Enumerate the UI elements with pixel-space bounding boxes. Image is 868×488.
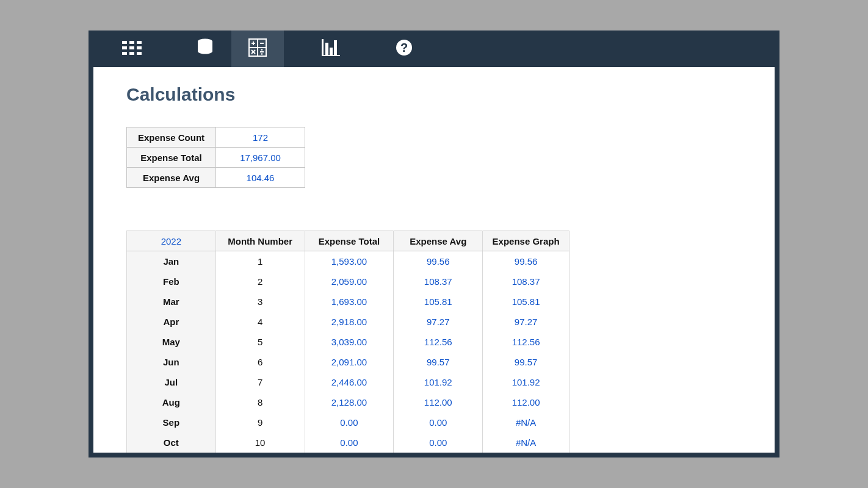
month-number-cell[interactable]: 3 (215, 292, 305, 312)
nav-help[interactable]: ? (378, 30, 430, 67)
summary-label: Expense Count (127, 127, 216, 148)
table-row: Feb22,059.00108.37108.37 (127, 271, 570, 292)
help-icon: ? (396, 39, 413, 59)
summary-value[interactable]: 17,967.00 (216, 148, 305, 168)
svg-text:?: ? (400, 41, 408, 54)
expense-total-cell[interactable]: 2,091.00 (305, 352, 394, 372)
expense-graph-cell[interactable]: #N/A (483, 412, 570, 432)
nav-chart[interactable] (305, 30, 357, 67)
expense-graph-cell[interactable]: 101.92 (483, 372, 570, 392)
table-row: Jun62,091.0099.5799.57 (127, 352, 570, 372)
expense-avg-cell[interactable]: 97.27 (394, 312, 483, 332)
expense-total-cell[interactable]: 0.00 (305, 412, 394, 432)
content-wrap: Calculations Expense Count 172 Expense T… (89, 67, 779, 458)
table-row: Mar31,693.00105.81105.81 (127, 292, 570, 312)
expense-graph-cell[interactable]: 99.57 (483, 352, 570, 372)
database-icon (197, 38, 214, 59)
month-cell: Jun (127, 352, 216, 372)
summary-label: Expense Total (127, 148, 216, 168)
svg-rect-1 (129, 41, 134, 44)
expense-avg-cell[interactable]: 99.57 (394, 352, 483, 372)
expense-graph-cell[interactable]: #N/A (483, 432, 570, 453)
expense-graph-cell[interactable]: 112.00 (483, 392, 570, 412)
expense-avg-cell[interactable]: 112.00 (394, 392, 483, 412)
expense-avg-cell[interactable]: 0.00 (394, 412, 483, 432)
month-cell: Feb (127, 271, 216, 292)
expense-avg-cell[interactable]: 99.56 (394, 251, 483, 271)
navbar: ? (89, 30, 779, 67)
expense-total-cell[interactable]: 3,039.00 (305, 332, 394, 352)
col-expense-total: Expense Total (305, 231, 394, 251)
month-cell: Aug (127, 392, 216, 412)
app-frame: ? Calculations Expense Count 172 Expense… (89, 30, 779, 458)
svg-rect-22 (325, 43, 328, 55)
svg-point-20 (261, 53, 263, 55)
expense-avg-cell[interactable]: 112.56 (394, 332, 483, 352)
svg-rect-3 (122, 46, 127, 49)
nav-calculations[interactable] (231, 30, 284, 67)
svg-rect-25 (322, 55, 340, 56)
expense-total-cell[interactable]: 0.00 (305, 432, 394, 453)
month-number-cell[interactable]: 1 (215, 251, 305, 271)
expense-total-cell[interactable]: 1,693.00 (305, 292, 394, 312)
table-row: Apr42,918.0097.2797.27 (127, 312, 570, 332)
expense-total-cell[interactable]: 1,593.00 (305, 251, 394, 271)
month-number-cell[interactable]: 4 (215, 312, 305, 332)
nav-grid[interactable] (106, 30, 158, 67)
month-cell: Mar (127, 292, 216, 312)
expense-total-cell[interactable]: 2,918.00 (305, 312, 394, 332)
expense-avg-cell[interactable]: 105.81 (394, 292, 483, 312)
expense-graph-cell[interactable]: 97.27 (483, 312, 570, 332)
month-cell: Apr (127, 312, 216, 332)
expense-avg-cell[interactable]: 0.00 (394, 432, 483, 453)
content: Calculations Expense Count 172 Expense T… (93, 67, 775, 453)
month-cell: Jul (127, 372, 216, 392)
expense-graph-cell[interactable]: 108.37 (483, 271, 570, 292)
expense-avg-cell[interactable]: 108.37 (394, 271, 483, 292)
year-header[interactable]: 2022 (127, 231, 216, 251)
svg-rect-23 (330, 48, 333, 55)
svg-rect-8 (137, 52, 142, 55)
svg-rect-0 (122, 41, 127, 44)
page-title: Calculations (126, 84, 742, 105)
table-row: Aug82,128.00112.00112.00 (127, 392, 570, 412)
month-number-cell[interactable]: 10 (215, 432, 305, 453)
summary-row: Expense Total 17,967.00 (127, 148, 305, 168)
month-number-cell[interactable]: 2 (215, 271, 305, 292)
expense-graph-cell[interactable]: 99.56 (483, 251, 570, 271)
month-number-cell[interactable]: 9 (215, 412, 305, 432)
nav-data[interactable] (179, 30, 231, 67)
col-month-number: Month Number (215, 231, 305, 251)
svg-rect-2 (137, 41, 142, 44)
summary-value[interactable]: 104.46 (216, 168, 305, 188)
expense-total-cell[interactable]: 2,128.00 (305, 392, 394, 412)
expense-graph-cell[interactable]: 105.81 (483, 292, 570, 312)
grid-icon (121, 40, 142, 57)
month-number-cell[interactable]: 7 (215, 372, 305, 392)
summary-row: Expense Count 172 (127, 127, 305, 148)
month-number-cell[interactable]: 8 (215, 392, 305, 412)
table-row: Jan11,593.0099.5699.56 (127, 251, 570, 271)
svg-rect-24 (334, 40, 337, 55)
bar-chart-icon (322, 39, 340, 59)
svg-point-19 (261, 49, 263, 51)
expense-total-cell[interactable]: 2,059.00 (305, 271, 394, 292)
calculator-icon (248, 38, 267, 59)
month-cell: May (127, 332, 216, 352)
svg-rect-4 (129, 46, 134, 49)
svg-rect-21 (322, 39, 324, 56)
expense-avg-cell[interactable]: 101.92 (394, 372, 483, 392)
month-cell: Sep (127, 412, 216, 432)
monthly-table: 2022 Month Number Expense Total Expense … (126, 231, 570, 453)
expense-total-cell[interactable]: 2,446.00 (305, 372, 394, 392)
expense-graph-cell[interactable]: 112.56 (483, 332, 570, 352)
month-number-cell[interactable]: 5 (215, 332, 305, 352)
table-row: Oct100.000.00#N/A (127, 432, 570, 453)
table-row: May53,039.00112.56112.56 (127, 332, 570, 352)
month-cell: Jan (127, 251, 216, 271)
svg-rect-7 (129, 52, 134, 55)
col-expense-avg: Expense Avg (394, 231, 483, 251)
summary-value[interactable]: 172 (216, 127, 305, 148)
summary-table: Expense Count 172 Expense Total 17,967.0… (126, 127, 305, 188)
month-number-cell[interactable]: 6 (215, 352, 305, 372)
